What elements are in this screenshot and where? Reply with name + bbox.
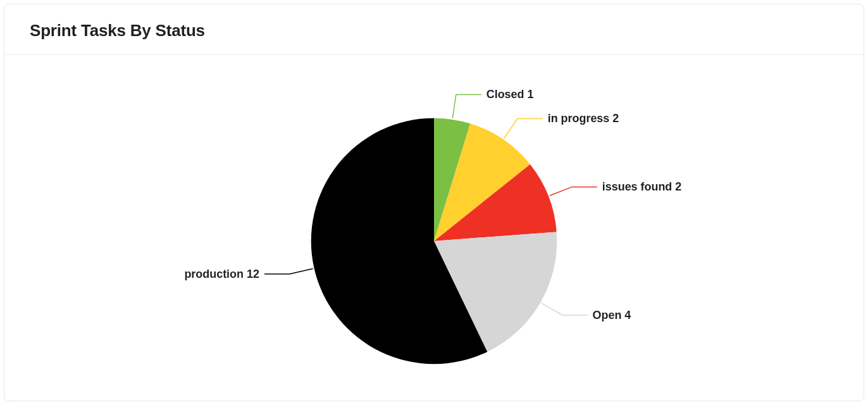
card-title: Sprint Tasks By Status [30,21,838,40]
pie-chart: Closed 1in progress 2issues found 2Open … [4,55,864,399]
slice-label: issues found 2 [602,180,682,193]
leader-line [452,94,481,118]
card-header: Sprint Tasks By Status [4,4,864,55]
chart-card: Sprint Tasks By Status Closed 1in progre… [4,4,864,401]
slice-label: Open 4 [593,309,631,321]
chart-area: Closed 1in progress 2issues found 2Open … [4,55,864,399]
slice-label: in progress 2 [548,112,619,125]
leader-line [264,269,313,274]
slice-label: Closed 1 [487,88,534,101]
leader-line [542,303,588,315]
slice-label: production 12 [184,268,259,280]
leader-line [504,118,543,138]
leader-line [550,187,597,196]
